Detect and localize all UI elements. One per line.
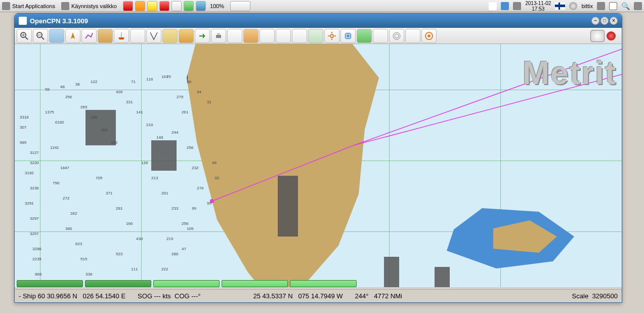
settings-icon[interactable] (324, 29, 339, 43)
scale-icon[interactable] (49, 29, 64, 43)
user-label: bittix (581, 3, 593, 9)
chart-canvas[interactable]: Metrit 331830798531273220318232363291329… (15, 44, 622, 287)
close-button[interactable]: × (610, 17, 618, 25)
menu-group[interactable]: Käynnistys valikko (61, 2, 117, 10)
minimize-button[interactable]: – (591, 17, 599, 25)
zoom-in-icon[interactable] (17, 29, 32, 43)
start-apps-group[interactable]: Start Applications (2, 2, 55, 10)
mail-icon[interactable] (489, 2, 497, 10)
route-icon[interactable] (81, 29, 97, 43)
gps-status-icon (607, 31, 616, 41)
print-icon[interactable] (211, 29, 226, 43)
ql-icon-1[interactable] (123, 1, 133, 11)
status-scale: Scale 3290500 (572, 292, 618, 300)
app-icon (19, 17, 27, 25)
depth-value: 256 (182, 221, 188, 226)
maximize-button[interactable]: □ (600, 17, 609, 25)
help-icon[interactable] (421, 29, 437, 43)
chart-segment[interactable] (290, 280, 356, 287)
search-icon[interactable]: 🔍 (621, 2, 630, 10)
menu-label: Käynnistys valikko (71, 3, 117, 9)
ql-icon-4[interactable] (159, 1, 169, 11)
taskbar-right: 2013-11-02 17:53 bittix 🔍 (489, 1, 642, 12)
titlebar[interactable]: OpenCPN 3.3.1009 – □ × (15, 14, 622, 28)
chart-segment[interactable] (85, 280, 151, 287)
start-apps-label: Start Applications (12, 3, 55, 9)
ql-disk-icon[interactable] (196, 1, 206, 11)
chart-segment[interactable] (222, 280, 288, 287)
text-icon[interactable] (227, 29, 242, 43)
depth-value: 148 (156, 135, 163, 140)
svg-point-16 (345, 32, 352, 40)
weather-icon[interactable] (373, 29, 388, 43)
logout-icon[interactable] (609, 2, 617, 10)
ais-icon[interactable] (243, 29, 259, 43)
depth-value: 34 (197, 90, 201, 94)
chart-bar-icon[interactable] (292, 29, 307, 43)
globe-icon[interactable] (340, 29, 356, 43)
ais-list-icon[interactable] (276, 29, 291, 43)
track-icon[interactable] (98, 29, 113, 43)
tides-icon[interactable] (179, 29, 194, 43)
boat-icon[interactable] (114, 29, 129, 43)
window-title: OpenCPN 3.3.1009 (30, 17, 88, 25)
depth-value: 222 (161, 267, 168, 271)
depth-value: 244 (171, 130, 178, 135)
depth-value: 190 (91, 115, 97, 120)
chart-segment[interactable] (17, 280, 83, 287)
depth-value: 331 (126, 100, 133, 104)
depth-value: 430 (136, 237, 143, 241)
zoom-out-icon[interactable] (33, 29, 48, 43)
svg-rect-10 (217, 33, 220, 35)
depth-value: 71 (131, 80, 136, 84)
flag-finland-icon (555, 3, 565, 10)
depth-value: 262 (70, 211, 77, 216)
chart-tile (151, 140, 177, 171)
depth-value: 201 (161, 191, 168, 195)
depth-value: 2239 (32, 257, 41, 261)
depth-value: 47 (182, 247, 186, 251)
ql-scissors-icon[interactable] (135, 1, 145, 11)
depth-value: 256 (65, 95, 72, 99)
globe-tray-icon[interactable] (569, 2, 577, 10)
wifi-icon[interactable] (597, 2, 605, 10)
chart-segment[interactable] (153, 280, 220, 287)
tray-opencpn-icon[interactable] (513, 2, 521, 10)
measure-icon[interactable] (146, 29, 161, 43)
depth-value: 790 (53, 181, 59, 185)
menu-icon (61, 2, 69, 10)
depth-value: 280 (171, 252, 178, 256)
depth-value: 3220 (30, 161, 39, 165)
depth-value: 111 (131, 267, 138, 271)
ql-opencpn-icon[interactable] (230, 1, 250, 11)
status-sog-cog: SOG --- kts COG ---° (138, 292, 200, 300)
depth-value: 232 (192, 166, 198, 170)
chart-outline-icon[interactable] (308, 29, 323, 43)
compass-icon[interactable] (590, 30, 605, 42)
mob-icon[interactable] (260, 29, 275, 43)
ql-icon-6[interactable] (184, 1, 194, 11)
depth-value: 276 (197, 186, 203, 190)
depth-value: 3297 (30, 216, 39, 221)
accessibility-icon[interactable] (501, 2, 509, 10)
svg-point-20 (395, 34, 399, 38)
svg-line-25 (354, 74, 622, 145)
depth-value: 281 (116, 206, 122, 211)
tray-app-icon[interactable] (634, 2, 642, 10)
start-apps-icon (2, 2, 10, 10)
ql-pen-icon[interactable] (171, 1, 182, 11)
protractor-icon[interactable] (162, 29, 178, 43)
currents-icon[interactable] (195, 29, 210, 43)
ownship-icon[interactable] (65, 29, 80, 43)
calc-icon[interactable] (357, 29, 372, 43)
ql-files-icon[interactable] (147, 1, 157, 11)
depth-value: 99 (192, 206, 196, 211)
chart-mode-icon[interactable] (130, 29, 145, 43)
dashboard-icon[interactable] (405, 29, 420, 43)
clock[interactable]: 2013-11-02 17:53 (525, 1, 551, 12)
radar-icon[interactable] (389, 29, 404, 43)
depth-value: 33 (214, 176, 219, 180)
status-ship: - Ship 60 30.9656 N 026 54.1540 E (19, 292, 125, 300)
depth-value: 210 (146, 123, 153, 127)
depth-value: 705 (96, 176, 102, 180)
